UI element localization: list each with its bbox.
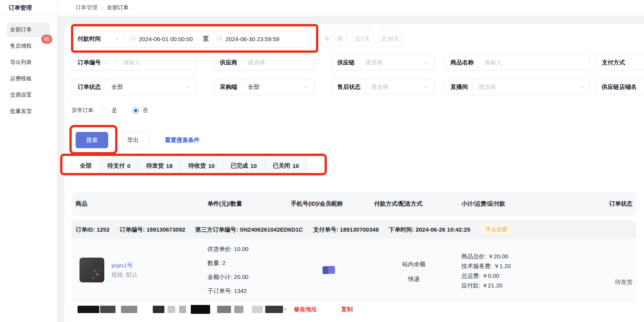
divider: [630, 55, 630, 70]
payment-time-label: 付款时间: [78, 35, 101, 43]
date-start-value[interactable]: 2024-06-01 00:00:00: [139, 36, 193, 42]
payment-time-filter[interactable]: 付款时间 2024-06-01 00:00:00 至 2024-06-30 23…: [72, 30, 308, 48]
date-end-value[interactable]: 2024-06-30 23:59:59: [225, 36, 279, 42]
order-number-filter[interactable]: 订单编号 请输入: [72, 54, 197, 71]
tab-label: 已完成: [231, 162, 248, 170]
purchase-side-filter[interactable]: 采购端 全部: [214, 79, 314, 95]
live-room-label: 直播间: [445, 83, 473, 91]
order-id: 订单ID: 1252: [76, 226, 110, 234]
col-product: 商品: [72, 200, 204, 208]
action-row: 搜索 导出 重置搜索条件: [72, 132, 644, 148]
payment-number: 支付单号: 189130700348: [313, 226, 378, 234]
after-sales-status-select[interactable]: 请选择: [366, 83, 388, 91]
after-sales-status-label: 售后状态: [332, 83, 365, 91]
after-sales-count-badge: 41: [41, 35, 52, 44]
third-party-order-number: 第三方订单编号: SN2406261042ED6D1C: [195, 226, 303, 234]
supply-chain-filter[interactable]: 供应链 请选择: [331, 54, 434, 71]
sidebar-item-batch-shipping[interactable]: 批量发货: [7, 104, 50, 119]
product-name-input[interactable]: 请输入: [479, 59, 502, 66]
redacted-member-blob: [322, 266, 335, 274]
amount-subtotal: 金额小计: 20.00: [207, 270, 287, 284]
chevron-down-icon: [115, 36, 119, 40]
breadcrumb-current: 全部订单: [107, 4, 129, 11]
order-status-tabs: 全部 待支付0 待发货18 待收货10 已完成10 已关闭16: [72, 158, 644, 173]
tab-pending-receipt[interactable]: 待收货10: [180, 158, 223, 173]
product-name-filter[interactable]: 商品名称 请输入: [445, 54, 590, 71]
price-cell: 供货单价: 10.00 数量: 2 金额小计: 20.00 子订单号: 1342: [204, 242, 287, 298]
redaction-block: [265, 306, 283, 313]
order-card: 订单ID: 1252 订单编号: 189130673092 第三方订单编号: S…: [72, 220, 636, 318]
sidebar-item-freight-template[interactable]: 运费模板: [7, 71, 50, 86]
date-range[interactable]: 2024-06-01 00:00:00 至 2024-06-30 23:59:5…: [124, 35, 280, 43]
abnormal-yes-label[interactable]: 是: [112, 107, 117, 114]
quick-7days-button[interactable]: 近7天: [352, 31, 373, 47]
supply-chain-label: 供应链: [332, 59, 359, 66]
redaction-block: [78, 306, 99, 313]
quick-today-button[interactable]: 今: [321, 31, 333, 47]
export-button[interactable]: 导出: [117, 132, 149, 148]
abnormal-no-radio[interactable]: [133, 107, 139, 114]
reset-search-link[interactable]: 重置搜索条件: [165, 137, 200, 144]
tab-count: 18: [166, 163, 173, 169]
chevron-down-icon: [580, 84, 584, 88]
product-image: [79, 258, 104, 282]
search-button[interactable]: 搜索: [76, 132, 108, 148]
tab-pending-payment[interactable]: 待支付0: [99, 158, 138, 173]
product-spec: 规格: 默认: [111, 270, 138, 279]
supplier-filter[interactable]: 供应商 请选择: [214, 54, 314, 71]
edit-address-link[interactable]: 修改地址: [294, 306, 317, 313]
pay-method-filter[interactable]: 支付方式: [596, 54, 644, 71]
abnormal-no-label[interactable]: 否: [142, 107, 148, 114]
copy-address-link[interactable]: 复制: [341, 306, 353, 313]
sidebar-item-label: 全部订单: [10, 26, 32, 33]
shipping-total: 总运费: ￥0.00: [461, 271, 552, 280]
order-status-select[interactable]: 全部: [106, 83, 123, 91]
breadcrumb-separator-icon: ›: [101, 5, 103, 11]
redaction-block: [167, 306, 175, 313]
quick-yesterday-button[interactable]: 昨: [335, 31, 347, 47]
supply-chain-select[interactable]: 请选择: [360, 59, 383, 66]
col-pay-delivery: 付款方式/配送方式: [370, 200, 458, 208]
order-number-input[interactable]: 请输入: [117, 59, 140, 66]
live-room-select[interactable]: 请选择: [473, 83, 496, 91]
content-panel: 付款时间 2024-06-01 00:00:00 至 2024-06-30 23…: [64, 24, 644, 322]
sidebar-item-after-sales[interactable]: 售后维权 41: [7, 39, 50, 54]
col-order-status: 订单状态: [552, 200, 636, 208]
product-name-label: 商品名称: [445, 59, 478, 66]
quick-30days-button[interactable]: 近30天: [379, 31, 402, 47]
abnormal-yes-radio[interactable]: [102, 107, 108, 114]
tab-pending-shipment[interactable]: 待发货18: [138, 158, 181, 173]
order-status-filter[interactable]: 订单状态 全部: [72, 79, 197, 95]
tab-closed[interactable]: 已关闭16: [264, 158, 307, 173]
tab-all[interactable]: 全部: [72, 158, 100, 173]
member-cell: [287, 239, 370, 274]
chevron-down-icon: [104, 59, 108, 64]
live-room-filter[interactable]: 直播间 请选择: [445, 79, 590, 95]
tab-label: 待收货: [188, 162, 206, 170]
order-body-row: yuyu1号 规格: 默认 供货单价: 10.00 数量: 2 金额小计: 20…: [72, 239, 636, 300]
col-member: 手机号(ID)/会员昵称: [287, 200, 370, 208]
service-fee: 技术服务费: ￥1.20: [461, 261, 552, 271]
abnormal-order-label: 异常订单:: [72, 107, 95, 114]
product-name-link[interactable]: yuyu1号: [111, 261, 138, 270]
supply-chain-shop-label: 供应链店铺名: [596, 83, 641, 91]
purchase-side-select[interactable]: 全部: [242, 83, 259, 91]
redaction-block: [234, 306, 243, 313]
order-status-label: 订单状态: [72, 83, 105, 91]
supply-chain-shop-filter[interactable]: 供应链店铺名: [596, 79, 644, 95]
sidebar-nav: 全部订单 售后维权 41 导出列表 运费模板 交易设置 批量发货: [0, 16, 57, 119]
after-sales-status-filter[interactable]: 售后状态 请选择: [331, 79, 434, 95]
tab-completed[interactable]: 已完成10: [223, 158, 265, 173]
breadcrumb-parent[interactable]: 订单管理: [76, 4, 97, 11]
unit-price: 供货单价: 10.00: [207, 242, 287, 256]
pay-method-label: 支付方式: [596, 59, 630, 66]
redaction-block: [153, 306, 164, 313]
sidebar-item-trade-settings[interactable]: 交易设置: [7, 88, 50, 102]
sidebar-item-export-list[interactable]: 导出列表: [7, 55, 50, 70]
order-number: 订单编号: 189130673092: [120, 226, 185, 234]
redaction-block: [100, 306, 116, 313]
order-number-label: 订单编号: [78, 59, 101, 66]
chevron-down-icon: [424, 59, 428, 64]
supplier-select[interactable]: 请选择: [242, 59, 265, 66]
platform-self-operated-badge: 平台自营: [481, 224, 512, 235]
